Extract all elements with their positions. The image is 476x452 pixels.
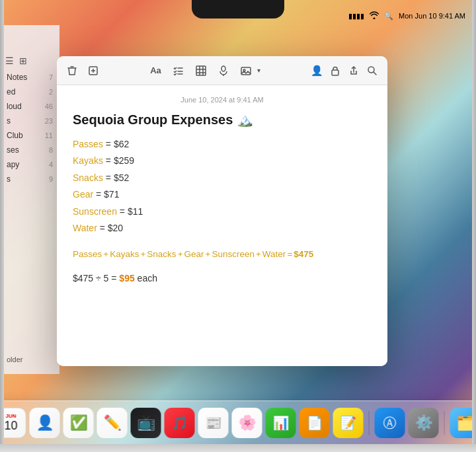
sidebar-item-ses[interactable]: ses 8 [0, 143, 60, 157]
sidebar-item-s2[interactable]: s 9 [0, 172, 60, 186]
title-emoji: 🏔️ [237, 112, 253, 128]
expense-label-passes: Passes [73, 139, 103, 149]
menu-bar-right: ▮▮▮▮ 🔍 Mon Jun 10 9:41 AM [348, 11, 465, 20]
expense-label-snacks: Snacks [73, 172, 103, 183]
eq-snacks: Snacks [147, 247, 176, 262]
expense-kayaks: Kayaks = $259 [73, 153, 372, 168]
reminders-icon: ✅ [69, 414, 87, 432]
expense-water: Water = $20 [73, 221, 372, 235]
sidebar-item-label: s [7, 116, 11, 126]
search-menubar-icon: 🔍 [384, 12, 393, 20]
svg-line-21 [374, 72, 376, 75]
sidebar-item-notes[interactable]: Notes 7 [0, 70, 60, 85]
note-date: June 10, 2024 at 9:41 AM [73, 96, 372, 104]
tv-icon: 📺 [137, 414, 155, 432]
sidebar-item-count: 2 [49, 88, 53, 96]
battery-icon: ▮▮▮▮ [348, 12, 364, 20]
sidebar-item-ed[interactable]: ed 2 [0, 85, 60, 99]
dock-app-pages[interactable]: 📄 [299, 408, 330, 438]
sidebar-item-count: 46 [45, 102, 53, 110]
new-note-button[interactable] [87, 65, 99, 77]
appstore-icon: Ⓐ [383, 414, 397, 432]
notes-icon: 📝 [340, 415, 356, 431]
music-icon: 🎵 [171, 415, 188, 431]
notes-window: Aa [57, 56, 387, 366]
expense-list: Passes = $62 Kayaks = $259 Snacks = $52 … [73, 137, 372, 235]
sidebar-item-s1[interactable]: s 23 [0, 114, 60, 128]
eq-sunscreen: Sunscreen [212, 247, 255, 262]
share-people-button[interactable]: 👤 [311, 65, 323, 77]
note-title: Sequoia Group Expenses 🏔️ [73, 112, 372, 128]
svg-point-14 [221, 66, 225, 71]
toolbar-right: 👤 [311, 65, 378, 77]
dock-app-system-preferences[interactable]: ⚙️ [409, 408, 439, 438]
dock-app-news[interactable]: 📰 [198, 408, 229, 438]
search-note-button[interactable] [366, 65, 378, 77]
expense-value-water: = $20 [100, 223, 123, 233]
expense-value-sunscreen: = $11 [120, 206, 143, 217]
toolbar-center: Aa [110, 65, 300, 77]
dock-divider [369, 411, 370, 435]
lock-button[interactable] [329, 65, 341, 77]
sidebar-item-club[interactable]: Club 11 [0, 128, 60, 143]
freeform-icon: ✏️ [103, 414, 121, 432]
sidebar-grid-icon[interactable]: ⊞ [19, 56, 27, 66]
contacts-icon: 👤 [36, 414, 54, 432]
eq-equals: = [287, 247, 292, 262]
sidebar-item-label: Club [7, 131, 23, 140]
format-text-button[interactable]: Aa [150, 65, 162, 77]
checklist-button[interactable] [173, 65, 184, 77]
dock-app-freeform[interactable]: ✏️ [97, 408, 128, 438]
share-button[interactable] [348, 65, 360, 77]
laptop-bottom-bar [0, 444, 476, 452]
dock-app-notes[interactable]: 📝 [333, 408, 364, 438]
photos-icon: 🌸 [238, 414, 256, 432]
dock-app-reminders[interactable]: ✅ [63, 408, 94, 438]
photo-button[interactable] [240, 65, 252, 77]
expense-sunscreen: Sunscreen = $11 [73, 204, 372, 219]
sidebar: ☰ ⊞ Notes 7 ed 2 loud 46 s 23 Club 11 se… [0, 25, 60, 374]
svg-rect-9 [196, 66, 206, 75]
per-person-line: $475 ÷ 5 = $95 each [73, 273, 372, 283]
eq-op2: + [140, 247, 145, 262]
photo-dropdown-icon[interactable]: ▾ [257, 67, 260, 74]
pages-icon: 📄 [306, 415, 323, 431]
news-icon: 📰 [205, 415, 221, 431]
delete-note-button[interactable] [66, 65, 78, 77]
eq-water: Water [262, 247, 286, 262]
total-equation: Passes + Kayaks + Snacks + Gear + Sunscr… [73, 247, 372, 262]
sidebar-item-loud[interactable]: loud 46 [0, 99, 60, 114]
eq-kayaks: Kayaks [110, 247, 139, 262]
dock-app-numbers[interactable]: 📊 [266, 408, 296, 438]
per-person-formula: $475 ÷ 5 = [73, 273, 119, 283]
eq-op1: + [103, 247, 108, 262]
sidebar-toolbar: ☰ ⊞ [0, 52, 60, 70]
per-person-suffix: each [138, 273, 157, 283]
audio-button[interactable] [218, 65, 229, 77]
note-content: June 10, 2024 at 9:41 AM Sequoia Group E… [57, 85, 387, 366]
sidebar-item-count: 11 [45, 132, 53, 139]
dock-app-tv[interactable]: 📺 [131, 408, 161, 438]
finder-icon: 🗂️ [456, 414, 474, 432]
dock-app-music[interactable]: 🎵 [165, 408, 195, 438]
notes-toolbar: Aa [57, 56, 387, 85]
expense-label-gear: Gear [73, 189, 93, 200]
sidebar-toggle-icon[interactable]: ☰ [5, 56, 14, 66]
sidebar-item-count: 9 [49, 175, 53, 183]
sidebar-item-apy[interactable]: apy 4 [0, 157, 60, 172]
expense-value-kayaks: = $259 [106, 155, 134, 166]
dock-app-photos[interactable]: 🌸 [232, 408, 262, 438]
system-prefs-icon: ⚙️ [415, 414, 432, 432]
table-button[interactable] [195, 65, 207, 77]
sidebar-item-label: Notes [7, 73, 27, 82]
eq-op4: + [206, 247, 211, 262]
expense-label-sunscreen: Sunscreen [73, 206, 117, 217]
dock-app-appstore[interactable]: Ⓐ [375, 408, 405, 438]
expense-value-gear: = $71 [96, 189, 119, 200]
expense-passes: Passes = $62 [73, 137, 372, 151]
numbers-icon: 📊 [272, 415, 289, 431]
calendar-date: 10 [4, 420, 17, 433]
laptop-right-bezel [472, 0, 476, 452]
dock-app-contacts[interactable]: 👤 [30, 408, 60, 438]
wifi-icon [370, 11, 379, 20]
